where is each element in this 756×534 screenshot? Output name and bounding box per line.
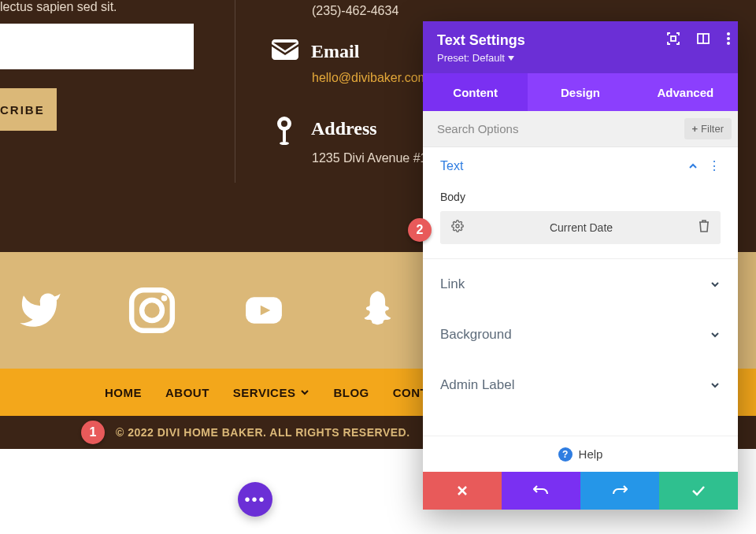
chevron-down-icon [710, 380, 721, 391]
chevron-down-icon [710, 279, 721, 290]
callout-marker-1: 1 [81, 421, 105, 444]
email-input[interactable] [0, 24, 194, 69]
svg-point-12 [727, 37, 730, 40]
svg-point-11 [727, 32, 730, 35]
instagram-icon[interactable] [128, 286, 176, 335]
svg-point-14 [456, 224, 459, 228]
svg-point-6 [161, 295, 168, 302]
confirm-button[interactable] [659, 472, 738, 510]
copyright-text: © 2022 DIVI HOME BAKER. ALL RIGHTS RESER… [116, 426, 410, 439]
address-value: 1235 Divi Avenue #10 [312, 151, 434, 165]
panel-header[interactable]: Text Settings Preset: Default [423, 21, 738, 73]
section-link[interactable]: Link [423, 259, 738, 310]
nav-blog[interactable]: BLOG [333, 386, 369, 399]
email-link[interactable]: hello@divibaker.com [312, 71, 428, 85]
lorem-text: lectus sapien sed sit. [0, 0, 117, 14]
caret-down-icon [508, 56, 514, 61]
address-heading: Address [311, 118, 377, 139]
search-row: Search Options +Filter [423, 111, 738, 147]
envelope-icon [272, 39, 298, 63]
svg-rect-2 [283, 128, 286, 143]
undo-button[interactable] [502, 472, 580, 510]
gear-icon[interactable] [451, 220, 464, 235]
twitter-icon[interactable] [13, 288, 68, 332]
section-background[interactable]: Background [423, 310, 738, 360]
section-text[interactable]: Text ⋮ [423, 147, 738, 184]
email-heading: Email [311, 41, 359, 62]
svg-point-13 [727, 42, 730, 45]
nav-home[interactable]: HOME [105, 386, 142, 399]
dynamic-field-row[interactable]: Current Date [440, 211, 721, 244]
panel-body: Text ⋮ Body Current Date Link Background [423, 147, 738, 436]
tab-content[interactable]: Content [423, 73, 528, 111]
body-label: Body [423, 184, 738, 211]
help-row[interactable]: ? Help [423, 436, 738, 472]
fab-button[interactable]: ••• [238, 482, 272, 517]
subscribe-button[interactable]: CRIBE [0, 88, 57, 131]
preset-dropdown[interactable]: Preset: Default [437, 52, 724, 64]
expand-icon[interactable] [667, 32, 680, 48]
svg-rect-8 [671, 36, 676, 41]
chevron-down-icon [300, 388, 309, 397]
phone-value: (235)-462-4634 [312, 4, 398, 18]
section-admin-label[interactable]: Admin Label [423, 360, 738, 410]
kebab-menu-icon[interactable] [727, 32, 730, 48]
dynamic-field-name: Current Date [550, 221, 613, 234]
columns-icon[interactable] [697, 32, 710, 48]
youtube-icon[interactable] [236, 291, 291, 330]
svg-point-5 [142, 300, 162, 321]
search-input[interactable]: Search Options [437, 122, 518, 135]
vertical-divider [235, 0, 235, 183]
chevron-up-icon [687, 161, 699, 172]
filter-button[interactable]: +Filter [684, 118, 732, 139]
svg-point-3 [280, 142, 289, 145]
svg-point-1 [281, 121, 287, 127]
settings-panel: Text Settings Preset: Default Content De… [423, 21, 738, 510]
section-kebab-icon[interactable]: ⋮ [708, 158, 721, 173]
snapchat-icon[interactable] [351, 287, 400, 333]
tab-advanced[interactable]: Advanced [633, 73, 738, 111]
action-bar [423, 472, 738, 510]
callout-marker-2: 2 [408, 218, 432, 242]
map-pin-icon [276, 117, 293, 148]
nav-about[interactable]: ABOUT [165, 386, 209, 399]
panel-tabs: Content Design Advanced [423, 73, 738, 111]
nav-services[interactable]: SERVICES [233, 386, 310, 399]
help-icon: ? [558, 447, 573, 462]
chevron-down-icon [710, 329, 721, 340]
tab-design[interactable]: Design [528, 73, 632, 111]
trash-icon[interactable] [699, 220, 710, 235]
close-button[interactable] [423, 472, 502, 510]
redo-button[interactable] [580, 472, 659, 510]
